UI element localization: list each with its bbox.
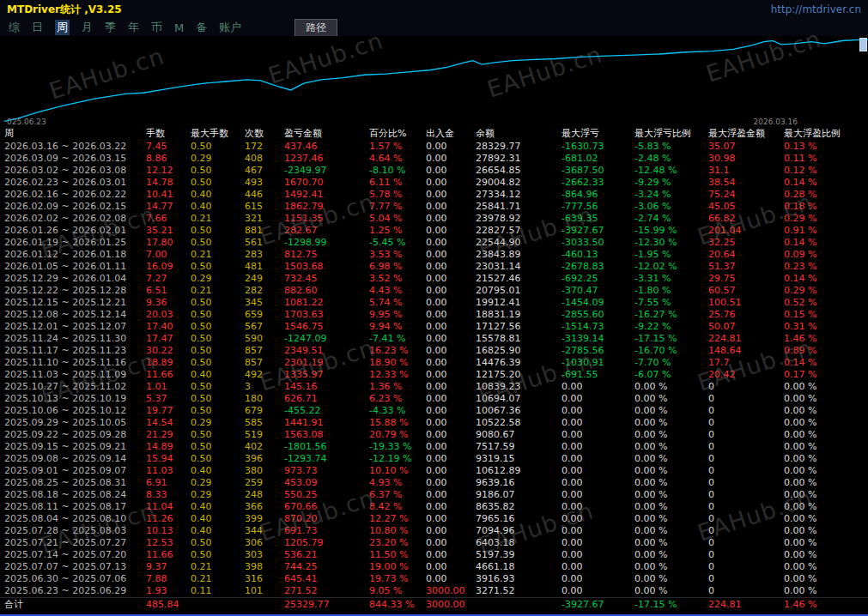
column-header-8[interactable]: 最大浮亏 [561,127,634,141]
table-cell: 0.00 [426,525,476,537]
table-cell: 0.00 % [634,465,708,477]
menu-item-备[interactable]: 备 [196,20,207,35]
table-row[interactable]: 2026.02.16 ~ 2026.02.2210.410.404461492.… [0,189,868,201]
column-header-0[interactable]: 周 [0,127,146,141]
table-cell: 4661.18 [476,561,561,573]
table-row[interactable]: 2025.07.21 ~ 2025.07.2712.530.503061205.… [0,537,868,549]
table-row[interactable]: 2025.12.01 ~ 2025.12.0717.400.505671546.… [0,321,868,333]
table-cell: 19912.41 [476,297,561,309]
table-cell: 0.00 [426,453,476,465]
website-link[interactable]: http://mtdriver.cn [771,3,861,15]
table-cell: 30.22 [146,345,191,357]
menu-item-季[interactable]: 季 [105,20,116,35]
column-header-9[interactable]: 最大浮亏比例 [634,127,708,141]
column-header-5[interactable]: 百分比% [369,127,426,141]
table-row[interactable]: 2025.12.22 ~ 2025.12.286.510.21282882.60… [0,285,868,297]
table-cell: 7.66 [146,213,191,225]
table-cell: 7.77 % [369,201,426,213]
menu-item-日[interactable]: 日 [32,20,43,35]
menu-item-M[interactable]: M [174,21,184,34]
table-cell: 0.28 % [784,189,868,201]
table-row[interactable]: 2025.06.23 ~ 2025.06.291.930.11101271.52… [0,585,868,598]
table-row[interactable]: 2025.08.18 ~ 2025.08.248.330.29248550.25… [0,489,868,501]
table-row[interactable]: 2026.03.02 ~ 2026.03.0812.120.50467-2349… [0,165,868,177]
table-row[interactable]: 2026.02.09 ~ 2026.02.1514.770.406151862.… [0,201,868,213]
table-row[interactable]: 2025.06.30 ~ 2025.07.067.880.21316645.41… [0,573,868,585]
table-cell: 7.00 [146,249,191,261]
menu-item-周[interactable]: 周 [55,20,70,35]
column-header-6[interactable]: 出入金 [426,127,476,141]
table-cell: 882.60 [284,285,369,297]
column-header-3[interactable]: 次数 [245,127,284,141]
table-row[interactable]: 2026.01.05 ~ 2026.01.1116.090.504811503.… [0,261,868,273]
column-header-2[interactable]: 最大手数 [191,127,245,141]
table-cell: -3033.50 [561,237,634,249]
menu-item-账户[interactable]: 账户 [219,20,241,35]
table-row[interactable]: 2026.02.23 ~ 2026.03.0114.780.504931670.… [0,177,868,189]
table-cell: 2025.09.22 ~ 2025.09.28 [0,429,146,441]
table-cell: 0.00 % [634,441,708,453]
table-row[interactable]: 2025.11.03 ~ 2025.11.0911.660.404921335.… [0,369,868,381]
table-row[interactable]: 2025.12.08 ~ 2025.12.1420.030.506591703.… [0,309,868,321]
table-row[interactable]: 2025.12.15 ~ 2025.12.219.360.503451081.2… [0,297,868,309]
table-cell: 0.50 [191,333,245,345]
table-cell: 492 [245,369,284,381]
table-cell: 812.75 [284,249,369,261]
table-row[interactable]: 2026.03.16 ~ 2026.03.227.450.50172437.46… [0,141,868,153]
table-cell: 12175.20 [476,369,561,381]
menu-item-综[interactable]: 综 [9,20,20,35]
menu-item-月[interactable]: 月 [82,20,93,35]
table-cell: 20795.01 [476,285,561,297]
table-row[interactable]: 2025.09.22 ~ 2025.09.2821.290.505191563.… [0,429,868,441]
table-cell: 659 [245,309,284,321]
column-header-7[interactable]: 余额 [476,127,561,141]
table-cell: 0.00 [426,489,476,501]
table-cell: 2025.10.06 ~ 2025.10.12 [0,405,146,417]
table-cell: 0.29 [191,153,245,165]
table-cell: 0.50 [191,141,245,153]
table-cell: 11.66 [146,369,191,381]
table-cell: 881 [245,225,284,237]
table-row[interactable]: 2025.09.01 ~ 2025.09.0711.030.40380973.7… [0,465,868,477]
table-cell: 27892.31 [476,153,561,165]
table-cell: 0.00 [561,525,634,537]
table-row[interactable]: 2025.09.29 ~ 2025.10.0514.540.295851441.… [0,417,868,429]
table-row[interactable]: 2025.07.28 ~ 2025.08.0310.130.40344691.7… [0,525,868,537]
table-row[interactable]: 2025.09.08 ~ 2025.09.1415.940.50396-1293… [0,453,868,465]
table-row[interactable]: 2026.03.09 ~ 2026.03.158.860.294081237.4… [0,153,868,165]
table-cell: -17.15 % [634,333,708,345]
table-row[interactable]: 2025.10.06 ~ 2025.10.1219.770.50679-455.… [0,405,868,417]
table-row[interactable]: 2025.08.25 ~ 2025.08.316.910.29259453.09… [0,477,868,489]
table-row[interactable]: 2025.11.24 ~ 2025.11.3017.470.50590-1247… [0,333,868,345]
table-cell: 0.29 [191,417,245,429]
table-cell: 17.40 [146,321,191,333]
column-header-11[interactable]: 最大浮盈比例 [784,127,868,141]
table-row[interactable]: 2025.12.29 ~ 2026.01.047.270.29249732.45… [0,273,868,285]
table-cell: 1.36 % [369,381,426,393]
table-cell: 0.29 [191,273,245,285]
table-row[interactable]: 2025.10.13 ~ 2025.10.195.370.50180626.71… [0,393,868,405]
chart-scrollbar-thumb[interactable] [859,38,867,51]
table-row[interactable]: 2025.08.04 ~ 2025.08.1011.260.40399870.2… [0,513,868,525]
column-header-4[interactable]: 盈亏金额 [284,127,369,141]
table-cell: 0.00 % [634,525,708,537]
table-row[interactable]: 2026.02.02 ~ 2026.02.087.660.213211151.3… [0,213,868,225]
table-row[interactable]: 2025.07.07 ~ 2025.07.139.370.21398744.25… [0,561,868,573]
table-row[interactable]: 2025.10.27 ~ 2025.11.021.010.503145.161.… [0,381,868,393]
menu-item-币[interactable]: 币 [151,20,162,35]
table-row[interactable]: 2026.01.12 ~ 2026.01.187.000.21283812.75… [0,249,868,261]
table-cell: 2025.07.21 ~ 2025.07.27 [0,537,146,549]
table-row[interactable]: 2026.01.26 ~ 2026.02.0135.210.50881282.6… [0,225,868,237]
column-header-10[interactable]: 最大浮盈金额 [708,127,784,141]
table-row[interactable]: 2025.11.10 ~ 2025.11.1618.890.508572301.… [0,357,868,369]
table-cell: 2026.01.26 ~ 2026.02.01 [0,225,146,237]
stats-table: 周手数最大手数次数盈亏金额百分比%出入金余额最大浮亏最大浮亏比例最大浮盈金额最大… [0,127,868,612]
column-header-1[interactable]: 手数 [146,127,191,141]
menu-item-年[interactable]: 年 [128,20,139,35]
table-row[interactable]: 2025.08.11 ~ 2025.08.1711.040.40366670.6… [0,501,868,513]
table-row[interactable]: 2025.09.15 ~ 2025.09.2114.890.50402-1801… [0,441,868,453]
path-button[interactable]: 路径 [294,19,337,37]
table-row[interactable]: 2025.11.17 ~ 2025.11.2330.220.508572349.… [0,345,868,357]
table-row[interactable]: 2026.01.19 ~ 2026.01.2517.800.50561-1298… [0,237,868,249]
table-row[interactable]: 2025.07.14 ~ 2025.07.2011.660.50303536.2… [0,549,868,561]
